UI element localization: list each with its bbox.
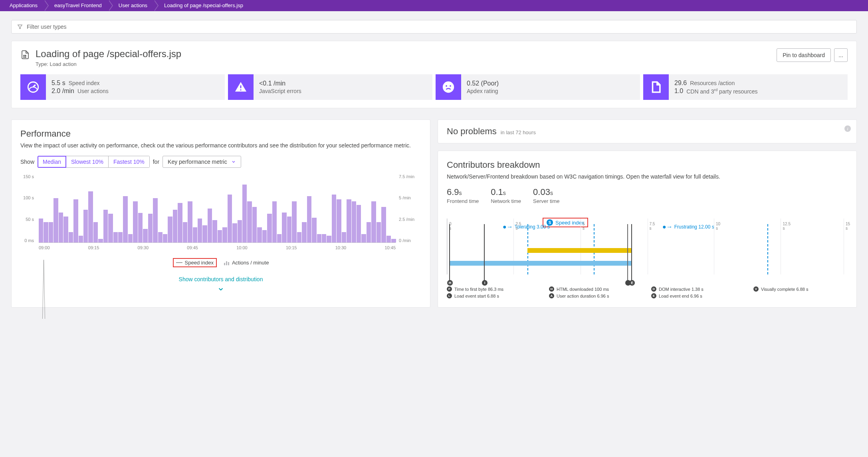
percentile-segment: Median Slowest 10% Fastest 10%: [38, 156, 150, 168]
info-icon[interactable]: i: [844, 125, 851, 132]
marker-e: [631, 224, 632, 282]
breadcrumb-current: Loading of page /special-offers.jsp: [155, 0, 250, 11]
network-time: 0.1sNetwork time: [491, 187, 521, 204]
kpi-apdex-label: Apdex rating: [467, 88, 498, 94]
svg-point-4: [25, 57, 26, 58]
kpi-apdex[interactable]: 0.52 (Poor) Apdex rating: [436, 74, 640, 100]
performance-desc: View the impact of user activity on perf…: [20, 142, 421, 149]
kpi-jserrors-value: <0.1 /min: [259, 80, 285, 87]
plot-area: [39, 174, 396, 243]
performance-chart[interactable]: 150 s100 s50 s0 ms 7.5 /min5 /min2.5 /mi…: [20, 174, 421, 254]
frontend-time: 6.9sFrontend time: [447, 187, 479, 204]
x-axis: 09:0009:1509:3009:4510:0010:1510:3010:45: [39, 245, 396, 254]
metric-dropdown[interactable]: Key performance metric: [163, 156, 241, 168]
filter-icon: [17, 24, 23, 30]
kpi-row: 5.5 sSpeed index 2.0 /minUser actions <0…: [20, 74, 848, 100]
svg-rect-7: [240, 89, 242, 91]
breadcrumb-frontend[interactable]: easyTravel Frontend: [45, 0, 109, 11]
warning-icon: [228, 74, 254, 100]
svg-point-2: [25, 55, 26, 56]
y-axis-right: 7.5 /min5 /min2.5 /min0 /min: [399, 174, 421, 243]
for-label: for: [153, 159, 159, 165]
svg-marker-0: [18, 25, 22, 28]
filter-placeholder: Filter user types: [27, 24, 67, 30]
kpi-resources-label: Resources /action: [690, 80, 735, 86]
sad-face-icon: [436, 74, 461, 100]
kpi-speed-label: Speed index: [69, 80, 100, 86]
performance-title: Performance: [20, 129, 421, 139]
chevron-down-icon: [231, 159, 236, 164]
kpi-useractions-value: 2.0 /min: [52, 87, 74, 95]
breadcrumb-useractions[interactable]: User actions: [109, 0, 155, 11]
frustrating-line: [767, 224, 768, 274]
contributors-desc: Network/Server/Frontend breakdown based …: [447, 173, 848, 180]
y-axis-left: 150 s100 s50 s0 ms: [20, 174, 36, 243]
document-icon: [643, 74, 669, 100]
seg-median[interactable]: Median: [38, 156, 66, 168]
kpi-useractions-label: User actions: [77, 88, 109, 94]
header-card: Loading of page /special-offers.jsp Type…: [11, 41, 857, 108]
breadcrumb-applications[interactable]: Applications: [0, 0, 45, 11]
server-time: 0.03sServer time: [533, 187, 559, 204]
marker-h: [449, 224, 450, 282]
no-problems-sub: in last 72 hours: [501, 129, 536, 135]
speedometer-icon: [20, 74, 46, 100]
timeline-axis: 0 s 2.5 s 5 s 7.5 s 10 s 12.5 s 15 s: [447, 219, 848, 274]
more-menu-button[interactable]: ...: [834, 48, 848, 62]
kpi-resources[interactable]: 29.6Resources /action 1.0CDN and 3rd par…: [643, 74, 848, 100]
filter-input[interactable]: Filter user types: [11, 20, 857, 34]
page-subtitle: Type: Load action: [36, 61, 181, 67]
kpi-cdn-label: CDN and 3rd party resources: [686, 87, 757, 95]
timing-legend: FTime to first byte 86.3 ms HHTML downlo…: [447, 286, 848, 298]
marker-i: [484, 224, 485, 282]
svg-point-8: [443, 81, 454, 93]
svg-rect-6: [240, 85, 242, 88]
performance-panel: Performance View the impact of user acti…: [11, 119, 430, 308]
page-icon: [20, 50, 30, 60]
seg-fastest[interactable]: Fastest 10%: [109, 156, 150, 168]
kpi-apdex-value: 0.52 (Poor): [467, 80, 499, 87]
page-title: Loading of page /special-offers.jsp: [36, 48, 181, 60]
svg-point-1: [24, 55, 24, 56]
svg-point-9: [446, 85, 447, 87]
metric-dropdown-label: Key performance metric: [168, 159, 227, 165]
no-problems-title: No problems: [447, 126, 497, 137]
svg-point-10: [450, 85, 451, 87]
pin-to-dashboard-button[interactable]: Pin to dashboard: [777, 48, 831, 62]
kpi-speed-value: 5.5 s: [52, 79, 65, 87]
contributors-title: Contributors breakdown: [447, 160, 848, 170]
svg-point-3: [24, 57, 24, 58]
no-problems-panel[interactable]: No problems in last 72 hours i: [438, 119, 857, 143]
breadcrumb: Applications easyTravel Frontend User ac…: [0, 0, 868, 11]
show-label: Show: [20, 159, 34, 165]
kpi-jserrors-label: JavaScript errors: [259, 88, 301, 94]
kpi-jserrors[interactable]: <0.1 /min JavaScript errors: [228, 74, 432, 100]
seg-slowest[interactable]: Slowest 10%: [66, 156, 109, 168]
kpi-cdn-value: 1.0: [674, 87, 683, 95]
contributors-panel: Contributors breakdown Network/Server/Fr…: [438, 151, 857, 308]
timeline-chart[interactable]: SSpeed index ●→Tolerating 3.00 s ●→Frust…: [447, 219, 848, 298]
marker-lv: [627, 224, 628, 282]
blue-bar: [449, 261, 631, 266]
kpi-speed[interactable]: 5.5 sSpeed index 2.0 /minUser actions: [20, 74, 225, 100]
kpi-resources-value: 29.6: [674, 79, 687, 87]
yellow-bar: [527, 248, 632, 253]
